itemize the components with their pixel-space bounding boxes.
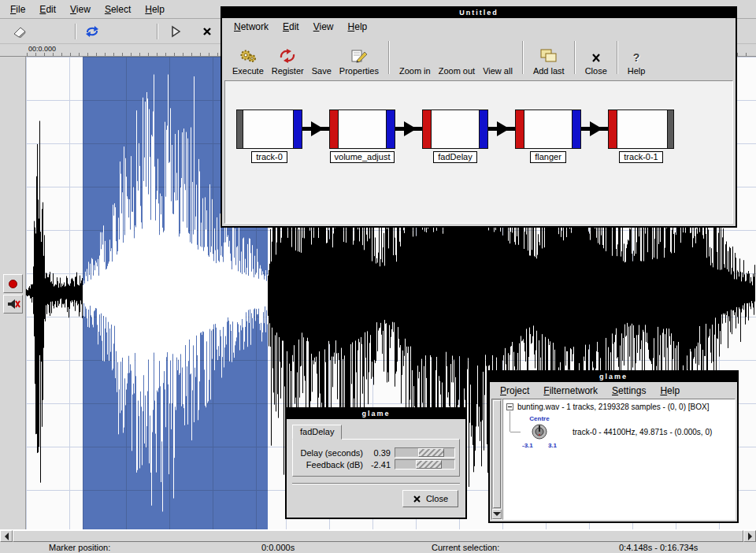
menu-file[interactable]: File	[3, 2, 32, 17]
current-selection-value: 0:4.148s - 0:16.734s	[619, 542, 698, 553]
properties-button[interactable]: Properties	[339, 48, 379, 76]
close-icon[interactable]	[197, 21, 217, 41]
add-icon	[539, 48, 559, 64]
feedback-value: -2.41	[367, 460, 391, 469]
close-icon	[591, 48, 602, 64]
refresh-icon[interactable]	[82, 21, 102, 41]
project-tree: bunting.wav - 1 tracks, 2199328 samples …	[502, 399, 736, 520]
tree-item-track[interactable]: track-0 - 44100Hz, 49.871s - (0.000s, 0)	[573, 428, 712, 436]
tab-faddelay[interactable]: fadDelay	[292, 425, 342, 440]
menu-view[interactable]: View	[63, 2, 98, 17]
scroll-right-icon[interactable]	[743, 530, 756, 542]
output-port	[480, 110, 487, 148]
toolbar-separator	[388, 41, 390, 74]
view-all-button[interactable]: View all	[483, 66, 513, 76]
delay-slider[interactable]	[395, 447, 455, 458]
filter-node[interactable]: volume_adjust	[329, 109, 395, 163]
scroll-down-icon[interactable]	[492, 509, 502, 519]
marker-position-label: Marker position:	[49, 542, 110, 553]
filter-node-row: track-0volume_adjustfadDelayflangertrack…	[236, 109, 674, 163]
param-row-feedback: Feedback (dB) -2.41	[297, 459, 455, 469]
marker-position-value: 0:0.000s	[261, 542, 295, 553]
parameter-frame: Delay (seconds) 0.39 Feedback (dB) -2.41	[292, 439, 460, 477]
menu-edit[interactable]: Edit	[32, 2, 63, 17]
knob-icon[interactable]	[531, 423, 548, 440]
filter-node-label: fadDelay	[433, 151, 476, 163]
menu-help[interactable]: Help	[653, 383, 687, 399]
filter-node-label: track-0	[251, 151, 287, 163]
filternetwork-canvas[interactable]: track-0volume_adjustfadDelayflangertrack…	[224, 80, 733, 224]
toolbar-separator	[157, 24, 158, 39]
execute-button[interactable]: Execute	[232, 48, 264, 76]
scrollbar-thumb[interactable]	[493, 400, 501, 508]
dialog-actions: Close	[292, 490, 460, 507]
dialog-body: fadDelay Delay (seconds) 0.39 Feedback (…	[287, 419, 465, 518]
filter-node[interactable]: flanger	[515, 109, 581, 163]
menu-help[interactable]: Help	[138, 2, 172, 17]
knob-label: Centre	[521, 415, 558, 423]
vertical-scrollbar	[491, 399, 502, 520]
status-bar: Marker position: 0:0.000s Current select…	[0, 542, 756, 553]
close-icon	[413, 495, 421, 503]
input-port	[516, 110, 524, 148]
connection-arrow	[302, 109, 329, 149]
toolbar-separator	[75, 24, 76, 39]
menu-filternetwork[interactable]: Filternetwork	[536, 383, 605, 399]
play-icon[interactable]	[165, 21, 186, 41]
delay-value: 0.39	[367, 448, 391, 458]
help-button[interactable]: ? Help	[628, 48, 646, 76]
filter-node[interactable]: track-0-1	[608, 109, 674, 163]
tree-line	[510, 411, 510, 432]
menu-help[interactable]: Help	[341, 19, 375, 35]
pencil-icon	[350, 48, 369, 64]
menu-view[interactable]: View	[306, 19, 341, 35]
knob-max: 3.1	[548, 442, 557, 449]
add-last-button[interactable]: Add last	[533, 48, 565, 76]
connection-arrow	[395, 109, 422, 149]
close-button[interactable]: Close	[402, 490, 458, 507]
filter-node-label: track-0-1	[619, 151, 662, 163]
toolbar-separator	[574, 41, 576, 74]
scroll-left-icon[interactable]	[0, 530, 13, 542]
glame-main-window: glame Project Filternetwork Settings Hel…	[488, 370, 739, 523]
output-port	[294, 110, 302, 148]
feedback-slider[interactable]	[395, 459, 455, 469]
menu-project[interactable]: Project	[493, 383, 536, 399]
filter-node[interactable]: track-0	[236, 109, 302, 163]
slider-thumb[interactable]	[416, 460, 442, 469]
record-button[interactable]	[3, 274, 23, 293]
scrollbar-thumb[interactable]	[13, 530, 743, 542]
input-port	[423, 110, 431, 148]
current-selection-label: Current selection:	[432, 542, 499, 553]
menu-edit[interactable]: Edit	[276, 19, 306, 35]
input-port	[609, 110, 617, 148]
ruler-label: 00:0.000	[28, 45, 58, 53]
output-port	[573, 110, 580, 148]
mute-button[interactable]	[3, 295, 23, 314]
node-body	[617, 110, 668, 148]
menu-settings[interactable]: Settings	[605, 383, 653, 399]
collapse-icon[interactable]	[506, 403, 513, 410]
window-titlebar[interactable]: glame	[287, 409, 465, 419]
menu-select[interactable]: Select	[98, 2, 138, 17]
filter-node[interactable]: fadDelay	[422, 109, 488, 163]
toolbar-separator	[522, 41, 524, 74]
feedback-label: Feedback (dB)	[297, 460, 363, 469]
node-body	[338, 110, 387, 148]
window-titlebar[interactable]: glame	[490, 372, 737, 382]
eraser-icon[interactable]	[9, 21, 30, 41]
tree-item-project[interactable]: bunting.wav - 1 tracks, 2199328 samples …	[506, 403, 709, 411]
slider-thumb[interactable]	[418, 448, 444, 457]
close-button[interactable]: Close	[585, 48, 607, 76]
save-button[interactable]: Save	[312, 66, 332, 76]
gain-knob[interactable]: Centre -3.1 3.1	[521, 415, 558, 449]
mute-icon	[6, 298, 20, 310]
menu-network[interactable]: Network	[227, 19, 276, 35]
window-titlebar[interactable]: Untitled	[222, 8, 736, 18]
faddelay-properties-dialog: glame fadDelay Delay (seconds) 0.39 Feed…	[285, 407, 467, 519]
zoom-out-button[interactable]: Zoom out	[439, 66, 475, 76]
node-body	[243, 110, 294, 148]
filternetwork-window: Untitled Network Edit View Help Execute …	[220, 6, 737, 228]
register-button[interactable]: Register	[272, 48, 304, 76]
zoom-in-button[interactable]: Zoom in	[399, 66, 431, 76]
